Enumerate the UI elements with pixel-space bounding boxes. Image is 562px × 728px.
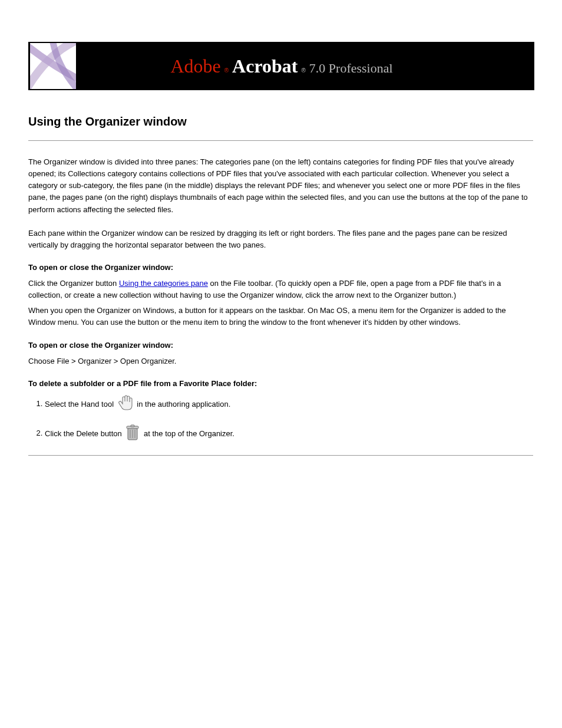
intro-paragraph: The Organizer window is divided into thr… [28, 156, 534, 216]
banner-adobe-text: Adobe [170, 55, 220, 77]
step-text-part-1: Click the Organizer button [28, 279, 119, 288]
delete-step-1a: Select the Hand tool [45, 399, 116, 408]
delete-step-2a: Click the Delete button [45, 429, 124, 437]
subhead-open-close: To open or close the Organizer window: [28, 341, 534, 350]
delete-step-1b: in the authoring application. [137, 399, 230, 408]
page-content: Using the Organizer window The Organizer… [28, 90, 534, 456]
banner-title: Adobe® Acrobat® 7.0 Professional [76, 55, 534, 77]
banner-acrobat-text: Acrobat [232, 55, 297, 77]
page-title: Using the Organizer window [28, 115, 534, 129]
divider-top [28, 140, 533, 141]
tip-paragraph-2: When you open the Organizer on Windows, … [28, 305, 534, 328]
open-organizer-step: Click the Organizer button Using the cat… [28, 278, 534, 301]
tip-paragraph-1: Each pane within the Organizer window ca… [28, 228, 534, 251]
link-categories-pane[interactable]: Using the categories pane [119, 279, 208, 288]
subhead-pages: To open or close the Organizer window: [28, 263, 534, 272]
trash-icon [125, 423, 140, 444]
subhead-delete: To delete a subfolder or a PDF file from… [28, 379, 534, 388]
delete-step-2b: at the top of the Organizer. [144, 429, 234, 437]
delete-steps-list: Select the Hand tool in the authoring ap… [45, 394, 534, 444]
delete-step-1: Select the Hand tool in the authoring ap… [45, 394, 534, 415]
hand-tool-icon [117, 394, 134, 415]
acrobat-logo-icon [30, 43, 76, 89]
delete-step-2: Click the Delete button at the top of th… [45, 423, 534, 444]
divider-bottom [28, 455, 533, 456]
open-close-step: Choose File > Organizer > Open Organizer… [28, 355, 534, 367]
banner-suffix-text: 7.0 Professional [309, 61, 393, 76]
svg-rect-3 [131, 425, 134, 427]
product-banner: Adobe® Acrobat® 7.0 Professional [28, 42, 534, 90]
